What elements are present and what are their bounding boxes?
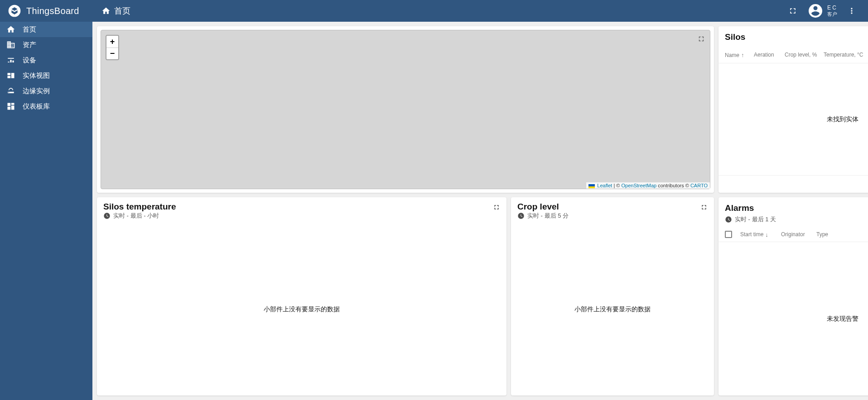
top-toolbar: ThingsBoard 首页 E C 客户 <box>0 0 868 22</box>
zoom-in-button[interactable]: + <box>106 36 118 48</box>
view-icon <box>6 71 15 80</box>
sort-asc-icon: ↑ <box>741 52 744 58</box>
router-icon <box>6 86 15 95</box>
widget-fullscreen-button[interactable] <box>493 204 500 213</box>
sidebar-item-dashboards[interactable]: 仪表板库 <box>0 99 92 114</box>
sidebar-item-assets[interactable]: 资产 <box>0 37 92 52</box>
widget-title: Crop level <box>517 202 559 212</box>
alarms-empty: 未发现告警 <box>719 242 868 395</box>
sidebar-item-label: 首页 <box>23 25 36 34</box>
silos-temperature-widget: Silos temperature 实时 - 最后 - 小时 小部件上没有要显示… <box>97 197 506 395</box>
fullscreen-button[interactable] <box>784 2 802 20</box>
osm-link[interactable]: OpenStreetMap <box>621 183 656 188</box>
sidebar-item-edge[interactable]: 边缘实例 <box>0 83 92 99</box>
widget-sub: 实时 - 最后 - 小时 <box>113 212 159 220</box>
account-icon <box>807 3 824 19</box>
col-start[interactable]: Start time↓ <box>740 231 773 238</box>
user-menu[interactable]: E C 客户 <box>807 3 837 19</box>
more-vert-icon <box>847 6 856 15</box>
sidebar-item-label: 实体视图 <box>23 71 50 80</box>
carto-link[interactable]: CARTO <box>690 183 708 188</box>
map-attribution: Leaflet | © OpenStreetMap contributors ©… <box>586 182 710 189</box>
widget-title: Silos temperature <box>103 202 176 212</box>
fullscreen-icon <box>788 6 797 15</box>
col-crop[interactable]: Crop level, % <box>785 52 824 58</box>
zoom-control: + − <box>106 35 119 60</box>
sidebar-item-home[interactable]: 首页 <box>0 22 92 37</box>
widget-sub: 实时 - 最后 5 分 <box>527 212 569 220</box>
clock-icon <box>103 212 111 219</box>
sidebar-item-entity-views[interactable]: 实体视图 <box>0 68 92 83</box>
widget-sub: 实时 - 最后 1 天 <box>735 215 776 224</box>
clock-icon <box>517 212 525 219</box>
sidebar-item-label: 资产 <box>23 41 36 49</box>
fullscreen-icon <box>697 35 705 43</box>
col-aeration[interactable]: Aeration <box>754 52 785 58</box>
pager: 1 – 0 - 0 <box>719 175 868 193</box>
col-type[interactable]: Type <box>816 231 842 238</box>
widget-fullscreen-button[interactable] <box>700 204 708 213</box>
breadcrumb[interactable]: 首页 <box>92 5 130 16</box>
crop-level-widget: Crop level 实时 - 最后 5 分 小部件上没有要显示的数据 <box>511 197 714 395</box>
user-role: 客户 <box>827 11 837 17</box>
fullscreen-icon <box>700 204 708 211</box>
widget-title: Silos <box>725 32 745 42</box>
more-button[interactable] <box>843 2 861 20</box>
alarms-table-header: Start time↓ Originator Type Severity Sta… <box>719 227 868 242</box>
dashboard-icon <box>6 102 15 111</box>
sidebar: 首页 资产 设备 实体视图 边缘实例 仪表板库 <box>0 22 92 400</box>
user-name: E C <box>827 5 837 11</box>
breadcrumb-label: 首页 <box>114 5 130 16</box>
silos-widget: Silos Name↑ Aeration Crop level, % Tempe… <box>719 26 868 193</box>
col-originator[interactable]: Originator <box>781 231 808 238</box>
toolbar-right: E C 客户 <box>784 2 864 20</box>
map-widget: + − Leaflet | © OpenStreetMap contributo… <box>97 26 714 193</box>
fullscreen-icon <box>493 204 500 211</box>
dashboard-content: + − Leaflet | © OpenStreetMap contributo… <box>92 22 868 400</box>
col-temp[interactable]: Temperature, °C <box>824 52 868 58</box>
alarms-widget: Alarms 实时 - 最后 1 天 Start time↓ Origina <box>719 197 868 395</box>
thingsboard-logo-icon <box>7 4 22 18</box>
sort-desc-icon: ↓ <box>765 231 768 238</box>
logo-text: ThingsBoard <box>26 6 79 16</box>
crop-empty: 小部件上没有要显示的数据 <box>511 224 714 395</box>
sidebar-item-label: 设备 <box>23 56 36 65</box>
widget-title: Alarms <box>725 203 754 213</box>
silos-empty: 未找到实体 <box>719 63 868 175</box>
map-canvas[interactable]: + − Leaflet | © OpenStreetMap contributo… <box>101 30 710 189</box>
home-icon <box>101 6 111 15</box>
zoom-out-button[interactable]: − <box>106 48 118 59</box>
home-icon <box>6 25 15 34</box>
leaflet-link[interactable]: Leaflet <box>597 183 612 188</box>
map-fullscreen-button[interactable] <box>697 35 705 45</box>
clock-icon <box>725 216 732 223</box>
temp-empty: 小部件上没有要显示的数据 <box>97 224 506 395</box>
sidebar-item-label: 仪表板库 <box>23 102 50 111</box>
devices-icon <box>6 56 15 65</box>
sidebar-item-label: 边缘实例 <box>23 87 50 95</box>
ukraine-flag-icon <box>588 184 595 188</box>
sidebar-item-devices[interactable]: 设备 <box>0 52 92 68</box>
domain-icon <box>6 40 15 49</box>
select-all-checkbox[interactable] <box>725 231 732 238</box>
silos-table-header: Name↑ Aeration Crop level, % Temperature… <box>719 46 868 63</box>
logo[interactable]: ThingsBoard <box>4 4 92 18</box>
col-name[interactable]: Name↑ <box>725 52 754 58</box>
